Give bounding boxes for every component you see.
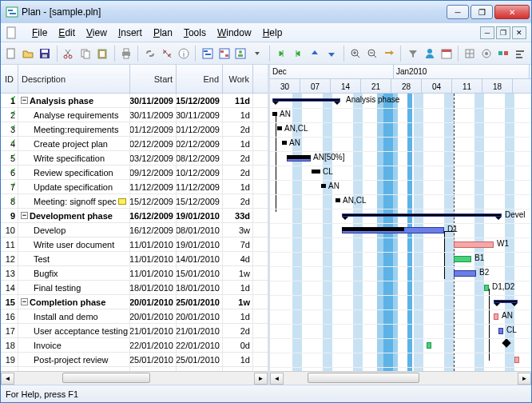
bar-row8[interactable] xyxy=(335,198,340,202)
zoomout-button[interactable] xyxy=(364,45,379,62)
menu-insert[interactable]: Insert xyxy=(113,26,148,40)
task-row[interactable]: 8✓Meeting: signoff spec15/12/200915/12/2… xyxy=(1,194,268,209)
bar-row13[interactable] xyxy=(454,270,476,277)
copy-button[interactable] xyxy=(78,45,93,62)
task-row[interactable]: 14Final testing18/01/201018/01/20101d xyxy=(1,281,268,295)
bar-row16[interactable] xyxy=(494,313,498,320)
maximize-button[interactable]: ❐ xyxy=(470,5,493,19)
svg-rect-23 xyxy=(220,50,224,53)
save-button[interactable] xyxy=(38,45,53,62)
network-view-button[interactable] xyxy=(216,45,232,62)
titlebar[interactable]: Plan - [sample.pln] ─ ❐ ✕ xyxy=(1,1,531,23)
task-row[interactable]: 18Invoice22/01/201022/01/20100d xyxy=(1,338,268,353)
task-row[interactable]: 5✓Write specification03/12/200908/12/200… xyxy=(1,151,268,166)
info-button[interactable]: i xyxy=(176,45,191,62)
menu-plan[interactable]: Plan xyxy=(148,26,178,40)
svg-rect-11 xyxy=(84,51,89,58)
bar-row3[interactable] xyxy=(277,126,282,130)
col-work[interactable]: Work xyxy=(223,65,253,93)
tool1-button[interactable] xyxy=(463,45,478,62)
tool3-button[interactable] xyxy=(496,45,511,62)
outdent-button[interactable] xyxy=(274,45,289,62)
bar-row11[interactable] xyxy=(454,241,494,248)
goto-button[interactable] xyxy=(381,45,396,62)
gantt-scroll-right[interactable]: ► xyxy=(518,373,531,385)
dropdown-icon[interactable] xyxy=(250,45,265,62)
menu-help[interactable]: Help xyxy=(257,26,288,40)
menu-file[interactable]: File xyxy=(26,26,53,40)
grid-rows: 1✓−Analysis phase30/11/200915/12/200911d… xyxy=(1,94,268,371)
mdi-close-button[interactable]: ✕ xyxy=(512,26,526,39)
filter-button[interactable] xyxy=(405,45,420,62)
menu-view[interactable]: View xyxy=(81,26,113,40)
bar-dev-summary[interactable] xyxy=(342,213,502,217)
task-row[interactable]: 11Write user document11/01/201019/01/201… xyxy=(1,237,268,252)
mdi-restore-button[interactable]: ❐ xyxy=(496,26,510,39)
scroll-left-button[interactable]: ◄ xyxy=(1,373,14,385)
level-button[interactable] xyxy=(513,45,528,62)
movedown-button[interactable] xyxy=(324,45,339,62)
bar-row17[interactable] xyxy=(498,328,503,334)
bar-row2[interactable] xyxy=(272,112,277,116)
task-row[interactable]: 12Test11/01/201014/01/20104d xyxy=(1,252,268,266)
bar-row4[interactable] xyxy=(282,141,287,145)
open-button[interactable] xyxy=(21,45,36,62)
print-button[interactable] xyxy=(119,45,134,62)
task-row[interactable]: 4✓Create project plan02/12/200902/12/200… xyxy=(1,137,268,151)
zoomin-button[interactable] xyxy=(348,45,363,62)
close-button[interactable]: ✕ xyxy=(494,5,530,19)
svg-point-31 xyxy=(427,49,432,54)
bar-row7[interactable] xyxy=(321,184,326,188)
gantt-area[interactable]: Analysis phase AN AN,CL AN AN[50%] CL AN… xyxy=(270,94,531,371)
bar-comp-summary[interactable] xyxy=(494,300,518,303)
calendar-button[interactable] xyxy=(439,45,454,62)
gantt-scroll-left[interactable]: ◄ xyxy=(270,373,284,385)
task-row[interactable]: 16Install and demo20/01/201020/01/20101d xyxy=(1,309,268,324)
task-row[interactable]: 15−Completion phase20/01/201025/01/20101… xyxy=(1,295,268,309)
col-description[interactable]: Description xyxy=(18,65,130,93)
gantt-scroll-thumb[interactable] xyxy=(308,373,419,383)
status-text: For Help, press F1 xyxy=(6,389,78,399)
paste-button[interactable] xyxy=(95,45,110,62)
gantt-view-button[interactable] xyxy=(200,45,215,62)
svg-rect-1 xyxy=(8,10,13,11)
bar-row19[interactable] xyxy=(514,357,519,363)
cut-button[interactable] xyxy=(62,45,77,62)
col-end[interactable]: End xyxy=(177,65,223,93)
link-button[interactable] xyxy=(142,45,157,62)
resource-view-button[interactable] xyxy=(233,45,248,62)
task-row[interactable]: 7✓Update specification11/12/200911/12/20… xyxy=(1,180,268,194)
task-row[interactable]: 6✓Review specification09/12/200910/12/20… xyxy=(1,166,268,180)
task-row[interactable]: 2✓Analyse requirements30/11/200930/11/20… xyxy=(1,108,268,122)
moveup-button[interactable] xyxy=(308,45,323,62)
grid-hscroll[interactable]: ◄ ► xyxy=(1,371,268,385)
menu-tools[interactable]: Tools xyxy=(178,26,212,40)
svg-rect-13 xyxy=(100,51,105,57)
tool2-button[interactable] xyxy=(479,45,494,62)
scroll-thumb[interactable] xyxy=(62,373,150,383)
mdi-minimize-button[interactable]: ─ xyxy=(480,26,494,39)
col-id[interactable]: ID xyxy=(1,65,18,93)
task-row[interactable]: 1✓−Analysis phase30/11/200915/12/200911d xyxy=(1,94,268,108)
indent-button[interactable] xyxy=(291,45,306,62)
scroll-right-button[interactable]: ► xyxy=(254,373,268,385)
task-row[interactable]: 10Develop16/12/200908/01/20103w xyxy=(1,223,268,237)
task-row[interactable]: 13Bugfix11/01/201015/01/20101w xyxy=(1,266,268,281)
bar-row18-slack[interactable] xyxy=(427,342,431,349)
unlink-button[interactable] xyxy=(159,45,174,62)
col-start[interactable]: Start xyxy=(130,65,177,93)
bar-row12[interactable] xyxy=(454,256,471,262)
gantt-hscroll[interactable]: ◄ ► xyxy=(270,371,531,385)
bar-analysis-summary[interactable] xyxy=(272,98,340,102)
bar-row6[interactable] xyxy=(312,170,320,174)
svg-rect-21 xyxy=(205,54,211,55)
resource-button[interactable] xyxy=(422,45,437,62)
task-row[interactable]: 19Post-project review25/01/201025/01/201… xyxy=(1,353,268,367)
menu-edit[interactable]: Edit xyxy=(53,26,81,40)
task-row[interactable]: 17User acceptance testing21/01/201021/01… xyxy=(1,324,268,338)
new-button[interactable] xyxy=(4,45,19,62)
task-row[interactable]: 9−Development phase16/12/200919/01/20103… xyxy=(1,209,268,223)
menu-window[interactable]: Window xyxy=(212,26,257,40)
task-row[interactable]: 3✓Meeting:requirements01/12/200901/12/20… xyxy=(1,122,268,137)
minimize-button[interactable]: ─ xyxy=(447,5,469,19)
